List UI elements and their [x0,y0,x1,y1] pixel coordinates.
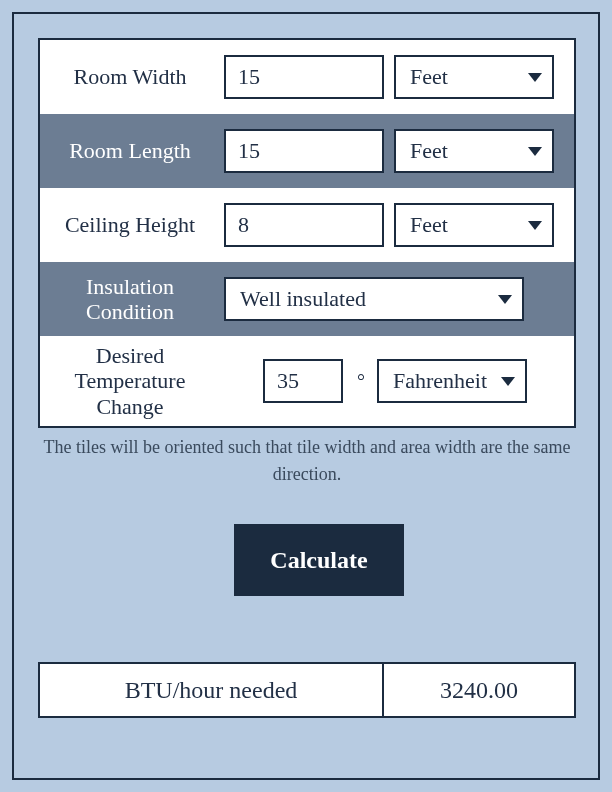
room-width-unit-value: Feet [410,64,448,90]
result-table: BTU/hour needed 3240.00 [38,662,576,718]
calculate-button[interactable]: Calculate [234,524,404,596]
chevron-down-icon [528,221,542,230]
room-length-unit-value: Feet [410,138,448,164]
temp-change-input[interactable] [263,359,343,403]
temp-change-unit-value: Fahrenheit [393,368,487,394]
temp-change-unit-select[interactable]: Fahrenheit [377,359,527,403]
ceiling-height-input[interactable] [224,203,384,247]
calculator-frame: Room Width Feet Room Length Feet Ceiling… [12,12,600,780]
row-room-width: Room Width Feet [40,40,574,114]
orientation-note: The tiles will be oriented such that til… [38,434,576,488]
row-insulation: Insulation Condition Well insulated [40,262,574,336]
row-ceiling-height: Ceiling Height Feet [40,188,574,262]
room-width-label: Room Width [40,58,220,95]
row-temp-change: Desired Temperature Change ° Fahrenheit [40,336,574,426]
input-form: Room Width Feet Room Length Feet Ceiling… [38,38,576,428]
insulation-label: Insulation Condition [40,268,220,331]
room-width-unit-select[interactable]: Feet [394,55,554,99]
row-room-length: Room Length Feet [40,114,574,188]
room-width-input[interactable] [224,55,384,99]
chevron-down-icon [501,377,515,386]
result-label: BTU/hour needed [40,664,384,716]
insulation-select[interactable]: Well insulated [224,277,524,321]
chevron-down-icon [498,295,512,304]
chevron-down-icon [528,147,542,156]
ceiling-height-unit-value: Feet [410,212,448,238]
degree-symbol: ° [353,359,367,403]
temp-change-label: Desired Temperature Change [40,337,220,425]
ceiling-height-label: Ceiling Height [40,206,220,243]
result-value: 3240.00 [384,664,574,716]
room-length-input[interactable] [224,129,384,173]
ceiling-height-unit-select[interactable]: Feet [394,203,554,247]
insulation-value: Well insulated [240,286,366,312]
room-length-unit-select[interactable]: Feet [394,129,554,173]
room-length-label: Room Length [40,132,220,169]
chevron-down-icon [528,73,542,82]
